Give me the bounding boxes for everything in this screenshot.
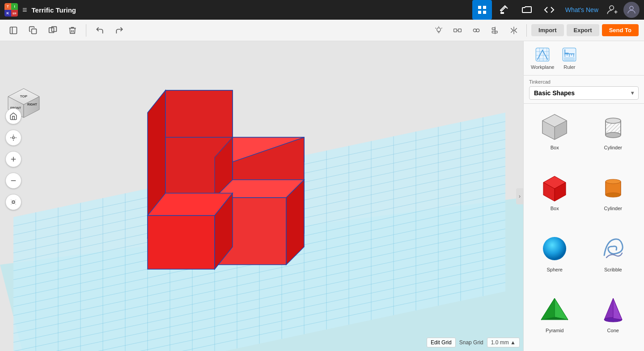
- app-logo[interactable]: T I K ER: [4, 3, 18, 17]
- shape-sphere-label: Sphere: [547, 267, 563, 272]
- ruler-tool[interactable]: Ruler: [561, 47, 577, 70]
- svg-rect-18: [454, 29, 457, 32]
- panel-collapse-button[interactable]: ›: [516, 188, 523, 204]
- align-button[interactable]: [487, 22, 503, 38]
- workplane-tool[interactable]: Workplane: [531, 47, 554, 70]
- shape-cone-label: Cone: [607, 328, 619, 333]
- app-title: Terrific Turing: [32, 6, 468, 14]
- svg-point-125: [606, 193, 621, 197]
- svg-rect-24: [492, 28, 495, 30]
- fit-view-button[interactable]: [5, 130, 21, 146]
- perspective-button[interactable]: [5, 194, 21, 210]
- svg-rect-1: [483, 6, 486, 9]
- user-avatar[interactable]: [623, 2, 640, 18]
- svg-point-117: [606, 118, 621, 123]
- edit-grid-button[interactable]: Edit Grid: [427, 338, 456, 347]
- svg-line-16: [441, 28, 442, 29]
- shape-scribble[interactable]: Scribble: [584, 228, 643, 288]
- svg-line-17: [436, 28, 436, 29]
- shape-cylinder-orange[interactable]: Cylinder: [584, 166, 643, 227]
- logo-cell-i: I: [11, 3, 18, 10]
- svg-rect-11: [32, 29, 37, 34]
- shape-pyramid-label: Pyramid: [546, 328, 564, 333]
- shape-cylinder-orange-label: Cylinder: [604, 206, 622, 211]
- delete-button[interactable]: [64, 22, 80, 38]
- ungroup-button[interactable]: [468, 22, 484, 38]
- shape-selector: Tinkercad Basic Shapes ▾: [524, 76, 644, 104]
- zoom-out-button[interactable]: [5, 173, 21, 189]
- svg-rect-19: [458, 29, 462, 32]
- logo-cell-er: ER: [11, 10, 18, 17]
- shape-set-label: Basic Shapes: [534, 89, 575, 97]
- svg-point-22: [476, 29, 479, 32]
- svg-point-118: [606, 132, 621, 138]
- shape-box-red[interactable]: Box: [525, 166, 584, 227]
- logo-cell-k: K: [4, 10, 11, 17]
- toolbar: Import Export Send To: [0, 20, 644, 41]
- toolbar-divider-2: [526, 24, 527, 37]
- grid-status: Edit Grid Snap Grid 1.0 mm ▲: [427, 338, 520, 347]
- svg-point-129: [543, 237, 566, 260]
- svg-marker-132: [541, 298, 555, 320]
- svg-point-32: [13, 137, 15, 139]
- svg-point-21: [473, 29, 476, 32]
- grid-view-button[interactable]: [472, 0, 492, 20]
- undo-button[interactable]: [92, 22, 108, 38]
- 3d-scene: [0, 41, 523, 351]
- shape-cylinder-gray[interactable]: Cylinder: [584, 106, 643, 166]
- copy-button[interactable]: [25, 22, 41, 38]
- redo-button[interactable]: [111, 22, 127, 38]
- shape-box-gray[interactable]: Box: [525, 106, 584, 166]
- export-button[interactable]: Export: [567, 24, 599, 36]
- category-label: Tinkercad: [529, 79, 639, 85]
- svg-point-14: [437, 28, 441, 31]
- whats-new-button[interactable]: What's New: [562, 6, 602, 13]
- projects-button[interactable]: [517, 0, 537, 20]
- svg-marker-131: [555, 298, 568, 320]
- topbar-right: What's New: [472, 0, 640, 20]
- ruler-label: Ruler: [564, 64, 575, 70]
- right-panel: Workplane Ruler: [523, 41, 644, 351]
- svg-text:TOP: TOP: [20, 94, 28, 98]
- svg-rect-3: [483, 11, 486, 14]
- svg-text:RIGHT: RIGHT: [27, 103, 38, 106]
- duplicate-button[interactable]: [45, 22, 61, 38]
- menu-icon[interactable]: ≡: [22, 5, 27, 15]
- toolbar-divider-1: [86, 24, 86, 37]
- shape-cone-purple[interactable]: Cone: [584, 288, 643, 349]
- shape-cylinder-gray-label: Cylinder: [604, 145, 622, 150]
- shape-box-red-label: Box: [551, 206, 559, 211]
- zoom-in-button[interactable]: [5, 151, 21, 167]
- svg-marker-136: [613, 298, 622, 320]
- workplane-label: Workplane: [531, 64, 554, 70]
- sendto-button[interactable]: Send To: [602, 24, 639, 36]
- code-button[interactable]: [539, 0, 559, 20]
- new-button[interactable]: [5, 22, 21, 38]
- snap-grid-value[interactable]: 1.0 mm ▲: [487, 338, 520, 347]
- svg-rect-9: [10, 27, 17, 34]
- add-user-button[interactable]: [605, 2, 621, 18]
- toolbar-actions: Import Export Send To: [431, 22, 639, 38]
- shape-pyramid-green[interactable]: Pyramid: [525, 288, 584, 349]
- import-button[interactable]: Import: [531, 24, 564, 36]
- mirror-button[interactable]: [506, 22, 522, 38]
- maker-button[interactable]: [495, 0, 514, 20]
- logo-cell-t: T: [4, 3, 11, 10]
- main-area: TOP FRONT RIGHT: [0, 41, 644, 351]
- home-view-button[interactable]: [5, 108, 21, 124]
- svg-point-8: [630, 6, 633, 10]
- shape-sphere-blue[interactable]: Sphere: [525, 228, 584, 288]
- shape-set-dropdown[interactable]: Basic Shapes ▾: [529, 86, 639, 100]
- group-button[interactable]: [449, 22, 466, 38]
- svg-rect-25: [492, 31, 497, 33]
- svg-rect-0: [478, 6, 481, 9]
- svg-marker-93: [148, 216, 215, 269]
- snap-grid-dropdown-icon: ▲: [510, 339, 516, 346]
- topbar: T I K ER ≡ Terrific Turing What's New: [0, 0, 644, 20]
- hint-button[interactable]: [431, 22, 447, 38]
- shape-scribble-label: Scribble: [604, 267, 622, 272]
- snap-grid-label: Snap Grid: [459, 339, 483, 346]
- viewport[interactable]: Edit Grid Snap Grid 1.0 mm ▲: [0, 41, 523, 351]
- chevron-down-icon: ▾: [631, 90, 634, 96]
- svg-point-5: [610, 6, 614, 10]
